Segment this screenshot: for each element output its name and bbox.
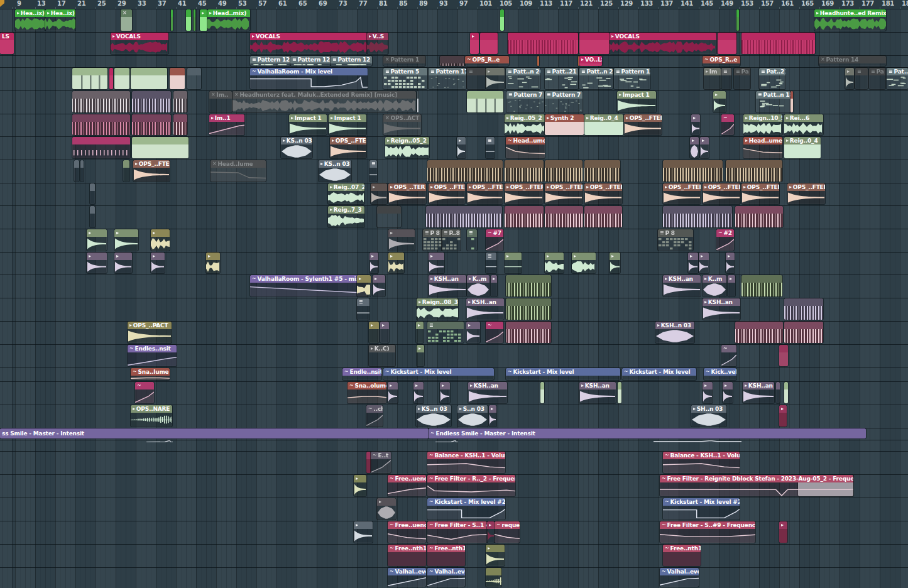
audio-clip[interactable]: ▸	[416, 322, 424, 343]
audio-clip[interactable]: ▸Reign..08_3	[417, 298, 458, 320]
audio-clip[interactable]	[171, 9, 173, 31]
audio-clip[interactable]: ▸OPS_..FTER	[330, 137, 366, 158]
pattern-clip[interactable]	[377, 206, 401, 227]
audio-clip[interactable]	[735, 322, 783, 343]
audio-clip[interactable]	[505, 206, 544, 227]
automation-clip[interactable]: ~Kickstart - Mix level	[622, 368, 696, 380]
menu-icon[interactable]: ≡	[332, 57, 337, 62]
menu-icon[interactable]: ≡	[488, 138, 492, 143]
pattern-clip[interactable]: ≡Pattern 12	[290, 56, 331, 66]
menu-icon[interactable]: ≡	[359, 300, 363, 305]
audio-clip[interactable]	[776, 382, 780, 403]
audio-clip[interactable]	[123, 160, 129, 182]
pattern-clip[interactable]: ≡Pattern 13	[614, 68, 650, 89]
audio-clip[interactable]: ▸	[699, 253, 709, 273]
audio-clip[interactable]	[663, 206, 732, 227]
audio-clip[interactable]: ▸	[429, 253, 444, 273]
automation-clip[interactable]: ~Sna..olume	[347, 382, 386, 403]
audio-clip[interactable]	[508, 33, 578, 54]
audio-clip[interactable]	[417, 91, 418, 112]
menu-icon[interactable]: ≡	[581, 69, 586, 74]
automation-clip[interactable]: ~Kickstart - Mix level #2	[427, 498, 505, 520]
audio-clip[interactable]	[132, 137, 189, 158]
automation-clip[interactable]: ~OPS_R..e	[465, 56, 509, 66]
audio-clip[interactable]	[74, 160, 79, 182]
audio-clip[interactable]: ▸OPS_..FTER	[467, 183, 503, 204]
audio-clip[interactable]: ▸VOCALS	[111, 33, 168, 54]
audio-clip[interactable]: ▸Head..ume	[743, 137, 782, 158]
audio-clip[interactable]	[506, 322, 551, 343]
audio-clip[interactable]: ▸OPS_..PACT	[128, 322, 172, 343]
audio-clip[interactable]: ▸KSH..an	[468, 382, 507, 403]
audio-clip[interactable]	[131, 68, 167, 89]
automation-clip[interactable]: ~#2	[716, 229, 734, 251]
audio-clip[interactable]	[186, 9, 191, 31]
automation-clip[interactable]: ~Free..nth1	[427, 545, 465, 566]
audio-clip[interactable]: ▸	[470, 33, 479, 54]
audio-clip[interactable]	[718, 33, 736, 54]
audio-clip[interactable]: ▸	[388, 229, 415, 251]
audio-clip[interactable]	[537, 56, 539, 66]
audio-clip[interactable]: ▸K..m	[467, 275, 490, 297]
automation-clip[interactable]: ~Kick..vel	[704, 368, 736, 380]
automation-clip[interactable]: ~#7	[486, 229, 503, 251]
pattern-clip[interactable]: ≡	[855, 68, 868, 89]
audio-clip[interactable]: ▸	[489, 405, 496, 427]
audio-clip[interactable]: ▸OPS_..FTER	[703, 183, 740, 204]
audio-clip[interactable]: ▸	[486, 545, 505, 566]
pattern-clip[interactable]: ≡Pat..21	[759, 68, 785, 89]
audio-clip[interactable]: ▸Reign..10_5	[743, 114, 782, 135]
audio-clip[interactable]	[109, 68, 113, 89]
audio-clip[interactable]: ▸VO..LS	[579, 56, 602, 66]
automation-clip[interactable]: ~Head..ume	[506, 137, 545, 158]
audio-clip[interactable]: ▸	[505, 253, 522, 273]
audio-clip[interactable]: ▸	[380, 322, 389, 343]
audio-clip[interactable]: ▸Reig..05_2	[505, 114, 545, 135]
audio-clip[interactable]	[735, 206, 783, 227]
pattern-clip[interactable]: ≡	[467, 229, 477, 251]
audio-clip[interactable]: ▸OPS_..FTER	[663, 183, 701, 204]
menu-icon[interactable]: ≡	[889, 69, 893, 74]
audio-clip[interactable]	[194, 9, 195, 31]
audio-clip[interactable]	[500, 9, 504, 31]
audio-clip[interactable]: ▸	[354, 521, 373, 543]
audio-clip[interactable]: ▸	[691, 114, 700, 135]
audio-clip[interactable]: ▸	[466, 322, 480, 343]
audio-clip[interactable]: ▸	[369, 322, 379, 343]
mute-icon[interactable]: ×	[212, 161, 217, 166]
audio-clip[interactable]: ▸	[779, 405, 787, 427]
audio-clip[interactable]: ▸	[572, 253, 596, 273]
automation-clip[interactable]: ~Sna..lume	[131, 368, 170, 380]
automation-clip[interactable]: ~Free..uency	[388, 521, 426, 543]
audio-clip[interactable]: ▸	[723, 382, 733, 403]
audio-clip[interactable]: ▸OPS_..FTER	[429, 183, 465, 204]
audio-clip[interactable]: ▸	[713, 91, 726, 112]
automation-clip[interactable]: ~Kickstart - Mix level	[383, 368, 494, 380]
automation-clip[interactable]: ~Free Filter - S..#9 - Frequency	[660, 521, 755, 543]
audio-clip[interactable]: ▸V..S	[367, 33, 388, 54]
menu-icon[interactable]: ≡	[371, 161, 376, 166]
menu-icon[interactable]: ≡	[385, 69, 390, 74]
mute-icon[interactable]: ×	[385, 116, 390, 121]
timeline-ruler[interactable]: 9131721252933374145495357616569737781858…	[0, 0, 908, 9]
audio-clip[interactable]: ▸KSH..an	[743, 382, 774, 403]
audio-clip[interactable]: ▸Reig..7_3	[328, 206, 364, 227]
audio-clip[interactable]: ▸	[357, 275, 371, 297]
audio-clip[interactable]: ▸	[728, 275, 735, 297]
audio-clip[interactable]	[663, 160, 723, 182]
audio-clip[interactable]	[90, 206, 95, 227]
audio-clip[interactable]: ▸	[690, 137, 699, 158]
audio-clip[interactable]: ▸KSH..an	[703, 298, 740, 320]
audio-clip[interactable]: ▸Head..mix)	[207, 9, 250, 31]
audio-clip[interactable]: ▸S..n 03	[457, 405, 488, 427]
menu-icon[interactable]: ≡	[508, 92, 513, 97]
automation-clip[interactable]: ~	[721, 114, 734, 135]
audio-clip[interactable]	[505, 160, 544, 182]
menu-icon[interactable]: ≡	[429, 323, 434, 328]
automation-clip[interactable]: ~requency	[495, 521, 520, 543]
audio-clip[interactable]: ≡	[486, 253, 496, 273]
audio-clip[interactable]	[80, 160, 84, 182]
audio-clip[interactable]: ss Smile - Master - Intensit	[0, 428, 429, 438]
audio-clip[interactable]: ▸Reig..0_4	[584, 114, 623, 135]
mute-icon[interactable]: ×	[385, 57, 390, 62]
